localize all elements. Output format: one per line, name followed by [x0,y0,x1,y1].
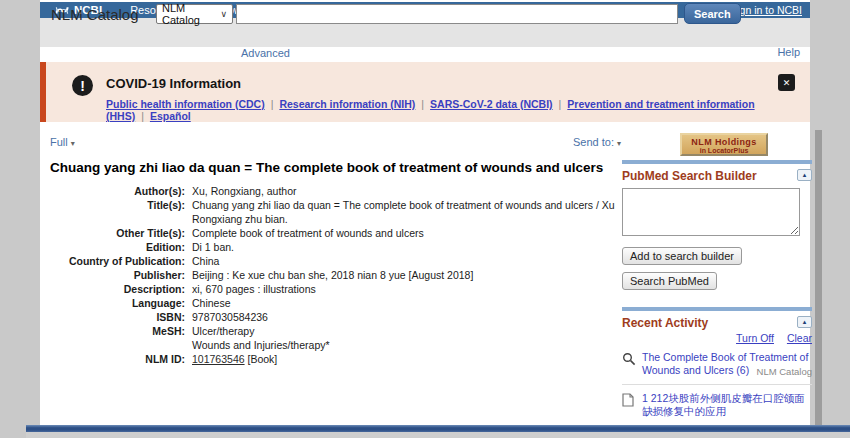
field-label: Country of Publication: [50,254,192,268]
scrollbar-track[interactable] [815,130,822,430]
covid-link-cdc[interactable]: Public health information (CDC) [106,98,265,110]
field-value: Xu, Rongxiang, author [192,184,615,198]
field-label: Title(s): [50,198,192,226]
field-value: Di 1 ban. [192,240,615,254]
field-value: Chuang yang zhi liao da quan = The compl… [192,198,615,226]
send-to-label: Send to: [573,136,614,148]
footer-below [26,432,850,438]
field-row-isbn: ISBN: 9787030584236 [50,310,622,324]
nlm-holdings-line2: in LocatorPlus [682,147,766,154]
caret-down-icon: ▾ [71,139,75,148]
add-to-search-builder-button[interactable]: Add to search builder [622,247,742,265]
footer-bar [26,425,850,432]
covid-link-espanol[interactable]: Español [150,110,191,122]
recent-activity-header: Recent Activity ▴ [622,316,812,330]
search-pubmed-button[interactable]: Search PubMed [622,272,717,290]
field-label: Author(s): [50,184,192,198]
field-row-other-titles: Other Title(s): Complete book of treatme… [50,226,622,240]
covid-link-ncbi[interactable]: SARS-CoV-2 data (NCBI) [430,98,553,110]
field-row-country: Country of Publication: China [50,254,622,268]
field-value: China [192,254,615,268]
field-label: MeSH: [50,324,192,352]
field-row-description: Description: xi, 670 pages : illustratio… [50,282,622,296]
list-item: 1 212块股前外侧肌皮瓣在口腔颌面缺损修复中的应用 [622,384,812,424]
database-select[interactable]: NLM Catalog ∨ [156,4,233,24]
advanced-search-link[interactable]: Advanced [241,47,290,59]
collapse-glyph: ▴ [803,318,807,326]
sidebar: PubMed Search Builder ▴ Add to search bu… [622,160,812,438]
search-icon [622,351,637,378]
field-label: Publisher: [50,268,192,282]
alert-icon: ! [72,75,93,96]
help-link[interactable]: Help [777,46,800,58]
display-format-dropdown[interactable]: Full ▾ [50,136,75,148]
recent-item-body: The Complete Book of Treatment of Wounds… [642,351,812,378]
field-row-titles: Title(s): Chuang yang zhi liao da quan =… [50,198,622,226]
field-row-nlm-id: NLM ID: 101763546 [Book] [50,352,622,366]
field-value: 9787030584236 [192,310,615,324]
document-icon [622,392,637,418]
recent-item-source: NLM Catalog [757,365,812,378]
covid-banner-title: COVID-19 Information [106,76,241,91]
portlet-divider [622,160,812,164]
sign-in-link[interactable]: Sign in to NCBI [730,4,802,16]
page-container: NCBI Resources ⌄ How To ⌄ Sign in to NCB… [40,0,810,432]
page-title: NLM Catalog [51,6,139,23]
alert-glyph: ! [80,78,85,94]
search-button[interactable]: Search [684,3,741,24]
covid-banner: ! COVID-19 Information Public health inf… [40,62,810,122]
collapse-icon[interactable]: ▴ [797,169,812,181]
covid-banner-links: Public health information (CDC)|Research… [106,98,810,122]
recent-item-link[interactable]: 1 212块股前外侧肌皮瓣在口腔颌面缺损修复中的应用 [642,392,805,417]
nlm-holdings-button[interactable]: NLM Holdings in LocatorPlus [680,133,768,156]
field-value: Chinese [192,296,615,310]
pubmed-builder-title: PubMed Search Builder [622,169,757,183]
pubmed-builder-textarea[interactable] [622,188,800,236]
close-glyph: ✕ [783,78,791,88]
pubmed-builder-header: PubMed Search Builder ▴ [622,169,812,183]
collapse-glyph: ▴ [803,171,807,179]
recent-activity-controls: Turn Off Clear [622,332,812,344]
nlm-id-link[interactable]: 101763546 [192,353,245,365]
select-chevron-icon: ∨ [220,9,227,19]
link-separator: | [141,110,144,122]
field-value: 101763546 [Book] [192,352,615,366]
mesh-term: Ulcer/therapy [192,324,615,338]
search-input[interactable] [236,4,678,24]
field-row-authors: Author(s): Xu, Rongxiang, author [50,184,622,198]
display-format-label: Full [50,136,68,148]
record-title: Chuang yang zhi liao da quan = The compl… [50,160,622,175]
field-label: ISBN: [50,310,192,324]
list-item: The Complete Book of Treatment of Wounds… [622,344,812,384]
turn-off-link[interactable]: Turn Off [736,332,774,344]
field-row-mesh: MeSH: Ulcer/therapy Wounds and Injuries/… [50,324,622,352]
nlm-id-suffix: [Book] [245,353,278,365]
record-detail: Chuang yang zhi liao da quan = The compl… [50,160,622,366]
field-value: Ulcer/therapy Wounds and Injuries/therap… [192,324,615,352]
field-value: Complete book of treatment of wounds and… [192,226,615,240]
close-icon[interactable]: ✕ [778,74,795,91]
mesh-term: Wounds and Injuries/therapy* [192,338,615,352]
link-separator: | [559,98,562,110]
field-row-edition: Edition: Di 1 ban. [50,240,622,254]
field-label: NLM ID: [50,352,192,366]
clear-link[interactable]: Clear [787,332,812,344]
database-select-value: NLM Catalog [162,2,220,26]
link-separator: | [271,98,274,110]
collapse-icon[interactable]: ▴ [797,316,812,328]
recent-activity-portlet: Recent Activity ▴ Turn Off Clear The Com… [622,307,812,438]
field-label: Description: [50,282,192,296]
field-label: Other Title(s): [50,226,192,240]
portlet-divider [622,307,812,311]
caret-down-icon: ▾ [617,139,621,148]
field-value: Beijing : Ke xue chu ban she, 2018 nian … [192,268,615,282]
recent-activity-title: Recent Activity [622,316,708,330]
send-to-dropdown[interactable]: Send to: ▾ [573,136,621,148]
field-label: Edition: [50,240,192,254]
field-label: Language: [50,296,192,310]
link-separator: | [421,98,424,110]
field-row-publisher: Publisher: Beijing : Ke xue chu ban she,… [50,268,622,282]
field-row-language: Language: Chinese [50,296,622,310]
covid-link-nih[interactable]: Research information (NIH) [279,98,415,110]
field-value: xi, 670 pages : illustrations [192,282,615,296]
